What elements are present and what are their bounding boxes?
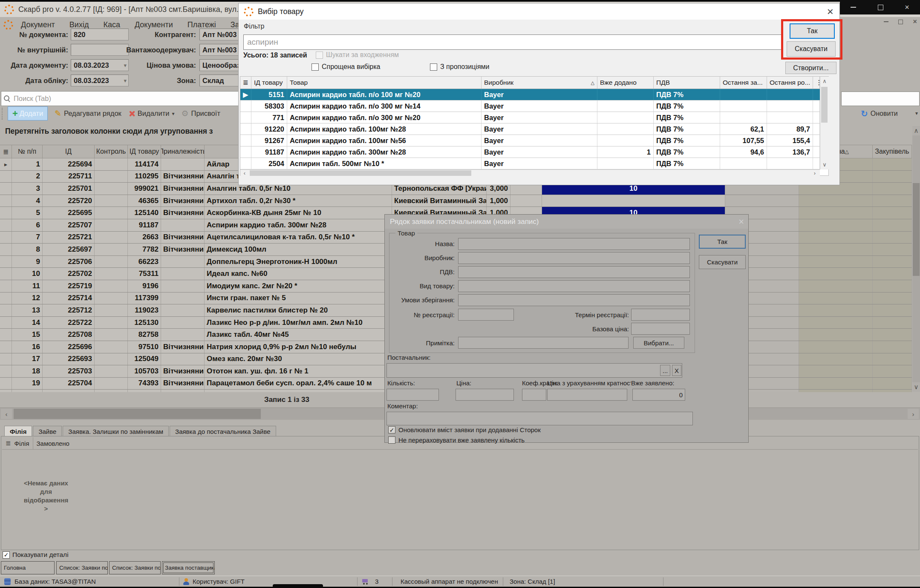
tab-3[interactable]: Заявка. Залишки по замінникам [63, 426, 169, 436]
scroll-down-icon[interactable]: ∨ [820, 160, 829, 169]
refresh-dropdown-icon[interactable]: ▾ [915, 110, 918, 116]
close-icon[interactable]: × [827, 5, 833, 18]
show-details-checkbox[interactable]: ✓ Показувати деталі [3, 551, 69, 559]
branch-col-filiya[interactable]: Філія [14, 440, 29, 447]
checkbox-unchecked-icon[interactable] [430, 63, 437, 71]
column-header-ctrl[interactable]: Контроль [95, 145, 128, 158]
update-on-add-checkbox[interactable]: ✓ Оновлювати вміст заявки при додаванні … [388, 426, 541, 433]
note-field[interactable] [458, 337, 629, 349]
coef-field[interactable] [522, 389, 546, 401]
with-proposals-checkbox[interactable]: З пропозиціями [430, 63, 490, 71]
close-icon[interactable]: × [905, 3, 909, 11]
already-ordered-field[interactable]: 0 [632, 389, 685, 401]
scroll-left-icon[interactable]: ‹ [241, 170, 248, 176]
add-button[interactable]: + Додати [8, 106, 48, 120]
delete-button[interactable]: Видалити ▾ [128, 109, 175, 118]
column-header-org[interactable]: Приналежність [161, 145, 205, 158]
reg-number-field[interactable] [458, 309, 514, 321]
comment-field[interactable] [386, 412, 693, 425]
create-button[interactable]: Створити... [785, 62, 836, 74]
product-row[interactable]: 91187Аспирин кардио табл. 300мг №28Bayer… [240, 146, 820, 158]
window-button-3[interactable]: Список: Заявки пост ... [109, 561, 161, 574]
column-header-vat[interactable]: ПДВ [654, 77, 720, 89]
product-row[interactable]: 91267Аспирин кардио табл. 100мг №56Bayer… [240, 135, 820, 146]
restore-icon[interactable] [878, 5, 883, 10]
v-scroll-thumb[interactable] [913, 183, 920, 276]
column-header-ind[interactable]: ≣ [0, 145, 12, 158]
scroll-up-icon[interactable]: ∧ [912, 126, 920, 135]
branch-col-zamovleno[interactable]: Замовлено [37, 440, 69, 447]
scroll-down-icon[interactable]: ∨ [912, 382, 920, 392]
mdi-minimize-icon[interactable] [881, 17, 891, 26]
h-scroll-thumb[interactable] [250, 170, 471, 176]
window-button-1[interactable]: Головна [1, 561, 55, 574]
column-header-lastp[interactable]: Остання за... [720, 77, 767, 89]
product-row[interactable]: 2504Аспирин табл. 500мг №10 *BayerПДВ 7% [240, 158, 820, 169]
column-header-chooser[interactable]: ⋮ [813, 77, 820, 89]
h-scroll-thumb[interactable] [14, 409, 261, 419]
select-product-button[interactable]: Вибрати... [633, 337, 684, 349]
tab-1[interactable]: Філія [4, 426, 32, 436]
scroll-up-icon[interactable]: ∧ [820, 77, 829, 85]
checkbox-unchecked-icon[interactable] [311, 63, 319, 71]
scroll-left-icon[interactable]: ‹ [1, 409, 12, 419]
checkbox-checked-icon[interactable]: ✓ [388, 426, 395, 433]
assign-button[interactable]: ⚙ Присвоїт [181, 109, 220, 118]
checkbox-unchecked-icon[interactable] [388, 436, 395, 444]
column-header-item[interactable]: ІД товару [128, 145, 161, 158]
column-header-lastr[interactable]: Остання ро... [767, 77, 813, 89]
simple-selection-checkbox[interactable]: Спрощена вибірка [311, 63, 380, 71]
product-row[interactable]: 771Аспирин кардио табл. п/о 300 мг №20Ba… [240, 112, 820, 123]
field-input[interactable] [458, 294, 690, 306]
scroll-right-icon[interactable]: › [908, 409, 919, 419]
field-input[interactable] [458, 252, 690, 264]
reg-term-field[interactable] [631, 309, 690, 321]
refresh-button[interactable]: ↻ Оновити [861, 106, 898, 121]
window-button-2[interactable]: Список: Заявки пост ... [56, 561, 108, 574]
search-input[interactable]: Поиск (Tab) [1, 91, 239, 106]
checkbox-checked-icon[interactable]: ✓ [3, 551, 10, 559]
scroll-right-icon[interactable]: › [811, 170, 818, 176]
minimize-icon[interactable] [851, 7, 856, 8]
dialog-horizontal-scrollbar[interactable]: ‹ › [240, 169, 820, 177]
product-select-dialog-titlebar[interactable]: Вибір товару × [239, 3, 839, 20]
column-header-ind[interactable]: ≣ [240, 77, 251, 89]
filter-input[interactable]: аспирин [243, 34, 782, 50]
product-row[interactable]: 91220Аспирин кардио табл. 100мг №28Bayer… [240, 123, 820, 135]
supplier-browse-button[interactable]: ... [660, 365, 670, 376]
field-input[interactable] [458, 238, 690, 250]
column-header-p2[interactable]: Закупівель [873, 145, 912, 158]
supplier-row-dialog-titlebar[interactable]: Рядок заявки постачальникам (новий запис… [385, 215, 748, 229]
v-scroll-thumb[interactable] [821, 87, 828, 123]
close-icon[interactable]: × [738, 216, 744, 227]
mdi-close-icon[interactable]: × [910, 17, 920, 26]
supplier-clear-button[interactable]: X [672, 365, 681, 376]
column-header-manu[interactable]: Виробник △ [482, 77, 597, 89]
price-field[interactable] [456, 389, 514, 401]
product-row[interactable]: ▶5151Аспирин кардио табл. п/о 100 мг №20… [240, 89, 820, 100]
window-button-4[interactable]: Заявка поставщикам .. [162, 561, 215, 574]
column-header-id[interactable]: ІД товару [251, 77, 287, 89]
dialog-vertical-scrollbar[interactable]: ∧ ∨ [820, 77, 829, 169]
product-row[interactable]: 58303Аспирин кардио табл. п/о 300 мг №14… [240, 100, 820, 112]
supplier-field[interactable] [386, 363, 682, 378]
table-row[interactable]: 422572046365ВітчизнянийАртихол табл. 0,2… [0, 195, 912, 207]
mult-price-field[interactable] [547, 389, 627, 401]
mdi-restore-icon[interactable] [896, 17, 906, 26]
column-header-added[interactable]: Вже додано [597, 77, 654, 89]
tab-2[interactable]: Зайве [33, 426, 62, 436]
base-price-field[interactable] [631, 323, 690, 335]
field-input[interactable] [458, 280, 690, 292]
filter-input-right-fragment[interactable] [841, 92, 920, 106]
edit-row-button[interactable]: ✎ Редагувати рядок [55, 109, 121, 118]
quantity-field[interactable] [386, 389, 439, 401]
ok-button[interactable]: Так [699, 235, 746, 249]
column-header-name[interactable]: Товар [287, 77, 482, 89]
no-recalc-checkbox[interactable]: Не перераховувати вже заявлену кількість [388, 436, 525, 444]
cancel-button[interactable]: Скасувати [699, 255, 746, 269]
delete-dropdown-icon[interactable]: ▾ [172, 111, 174, 117]
tab-4[interactable]: Заявка до постачальника Зайве [170, 426, 276, 436]
column-header-n[interactable]: № п/п [12, 145, 43, 158]
column-header-id[interactable]: ІД [43, 145, 95, 158]
field-input[interactable] [458, 266, 690, 278]
